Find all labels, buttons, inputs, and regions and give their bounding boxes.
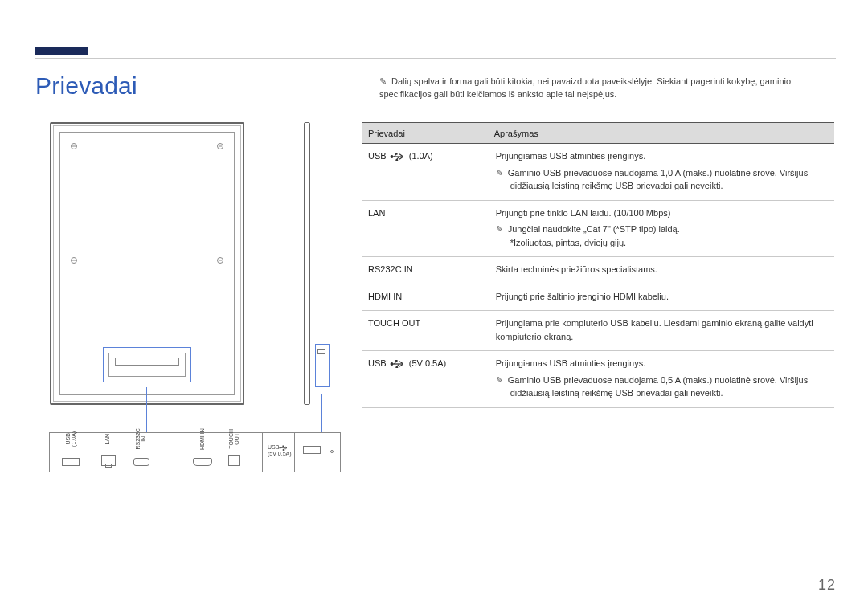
desc-cell: Prijungiama prie kompiuterio USB kabeliu… [489, 311, 834, 351]
th-desc: Aprašymas [489, 123, 834, 144]
ports-diagram: USB(1.0A) LAN RS232CIN HDMI IN TOUCHOUT … [50, 122, 347, 508]
port-cell: LAN [362, 200, 489, 257]
bottom-port-block [103, 347, 191, 382]
note-icon: ✎ [496, 374, 503, 387]
note-icon: ✎ [496, 166, 503, 180]
device-side-view [299, 122, 323, 405]
table-row: LANPrijungti prie tinklo LAN laidu. (10/… [362, 200, 834, 257]
table-row: RS232C INSkirta techninės priežiūros spe… [362, 257, 834, 284]
table-header-row: Prievadai Aprašymas [362, 123, 834, 144]
top-divider [35, 58, 836, 59]
desc-cell: Prijungti prie tinklo LAN laidu. (10/100… [489, 200, 834, 257]
note-icon: ✎ [379, 76, 387, 88]
desc-cell: Prijungiamas USB atminties įrenginys.✎Ga… [489, 351, 834, 408]
port-cell: RS232C IN [362, 257, 489, 284]
page-number: 12 [818, 577, 836, 594]
ports-table: Prievadai Aprašymas USB (1.0A)Prijungiam… [362, 122, 834, 408]
intro-text: Dalių spalva ir forma gali būti kitokia,… [379, 76, 791, 99]
section-tab-mark [35, 47, 88, 55]
usb-icon [389, 153, 407, 161]
page-title: Prievadai [35, 72, 137, 100]
side-port-block [315, 344, 330, 387]
table-row: USB (1.0A)Prijungiamas USB atminties įre… [362, 144, 834, 201]
port-cell: HDMI IN [362, 284, 489, 311]
desc-cell: Prijungti prie šaltinio įrenginio HDMI k… [489, 284, 834, 311]
usb-icon [389, 360, 407, 368]
port-cell: USB (5V 0.5A) [362, 351, 489, 408]
port-cell: TOUCH OUT [362, 311, 489, 351]
table-row: HDMI INPrijungti prie šaltinio įrenginio… [362, 284, 834, 311]
th-port: Prievadai [362, 123, 489, 144]
side-ports-detail: USB(5V 0.5A) [262, 432, 341, 472]
intro-note: ✎Dalių spalva ir forma gali būti kitokia… [379, 76, 834, 101]
port-cell: USB (1.0A) [362, 144, 489, 201]
table-row: TOUCH OUTPrijungiama prie kompiuterio US… [362, 311, 834, 351]
desc-cell: Prijungiamas USB atminties įrenginys.✎Ga… [489, 144, 834, 201]
device-back-view [50, 122, 244, 405]
note-icon: ✎ [496, 223, 503, 236]
desc-cell: Skirta techninės priežiūros specialistam… [489, 257, 834, 284]
bottom-ports-detail: USB(1.0A) LAN RS232CIN HDMI IN TOUCHOUT [49, 432, 295, 472]
table-row: USB (5V 0.5A)Prijungiamas USB atminties … [362, 351, 834, 408]
